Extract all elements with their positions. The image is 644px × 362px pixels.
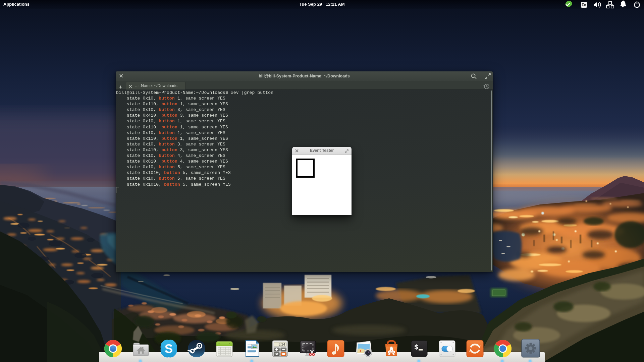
svg-text:En: En — [582, 3, 586, 7]
svg-text:$: $ — [414, 344, 419, 351]
svg-text:3.14: 3.14 — [279, 343, 285, 346]
svg-text:S: S — [165, 342, 173, 356]
